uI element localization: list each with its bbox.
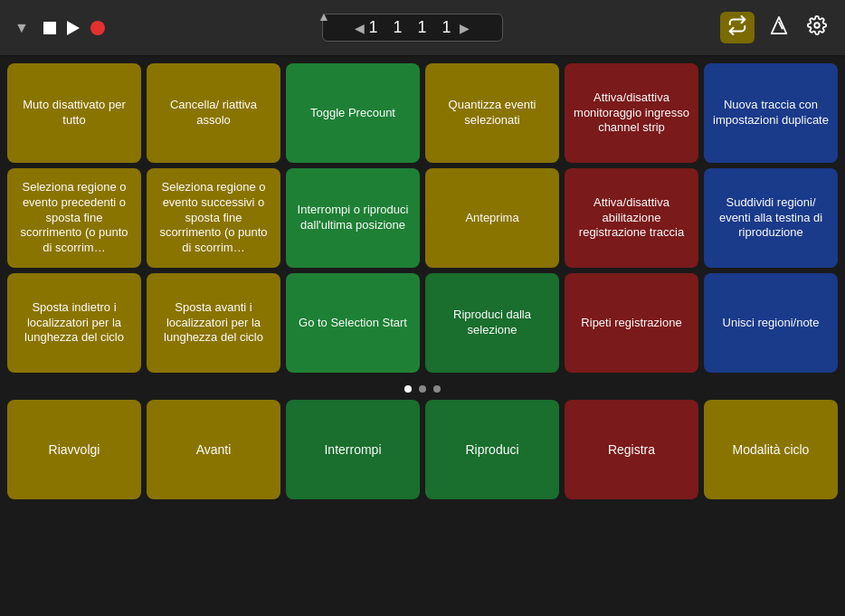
dot-1[interactable] [404,385,412,393]
grid-cell-r2-c1[interactable]: Sposta avanti i localizzatori per la lun… [147,273,280,373]
record-icon [90,21,105,35]
stop-button[interactable] [43,22,56,34]
dot-2[interactable] [419,385,426,393]
bottom-cell-0[interactable]: Riavvolgi [7,400,141,499]
grid-cell-r1-c0[interactable]: Seleziona regione o evento precedenti o … [7,168,141,268]
bottom-cell-4[interactable]: Registra [565,400,698,499]
svg-marker-0 [772,17,787,33]
stop-icon [43,22,56,34]
transport-controls [43,21,105,35]
grid-cell-r2-c3[interactable]: Riproduci dalla selezione [425,273,559,373]
position-numbers: 1 1 1 1 [368,18,456,37]
chevron-up-icon: ▲ [318,9,330,24]
chevron-right-icon: ▶ [460,21,470,35]
position-display[interactable]: ▲ ◀ 1 1 1 1 ▶ [322,14,503,42]
bottom-bar: RiavvolgiAvantiInterrompiRiproduciRegist… [0,400,845,507]
grid-cell-r2-c4[interactable]: Ripeti registrazione [565,273,698,373]
grid-cell-r1-c1[interactable]: Seleziona regione o evento successivi o … [147,168,280,268]
grid-cell-r0-c0[interactable]: Muto disattivato per tutto [7,63,141,163]
loop-icon [727,15,747,35]
settings-button[interactable] [803,12,831,43]
dot-3[interactable] [433,385,441,393]
page-dots [0,376,845,400]
svg-point-2 [814,23,820,28]
position-left-arrow[interactable]: ◀ [355,21,365,35]
bottom-cell-5[interactable]: Modalità ciclo [704,400,838,499]
grid-cell-r0-c1[interactable]: Cancella/ riattiva assolo [147,63,280,163]
grid-cell-r1-c3[interactable]: Anteprima [425,168,559,268]
metronome-button[interactable] [765,12,793,43]
top-bar-right [720,12,831,43]
grid-cell-r0-c2[interactable]: Toggle Precount [286,63,420,163]
top-bar-left: ▼ [14,20,105,36]
position-right-arrow[interactable]: ▶ [460,21,470,35]
grid-cell-r2-c5[interactable]: Unisci regioni/note [704,273,838,373]
grid-cell-r0-c3[interactable]: Quantizza eventi selezionati [425,63,559,163]
grid-cell-r1-c4[interactable]: Attiva/disattiva abilitazione registrazi… [565,168,698,268]
top-bar: ▼ ▲ ◀ 1 1 1 1 [0,0,845,56]
play-button[interactable] [67,21,80,35]
loop-button[interactable] [720,12,755,43]
grid-cell-r1-c2[interactable]: Interrompi o riproduci dall'ultima posiz… [286,168,420,268]
grid-cell-r0-c5[interactable]: Nuova traccia con impostazioni duplicate [704,63,838,163]
bottom-cell-3[interactable]: Riproduci [425,400,559,499]
grid-area: Muto disattivato per tuttoCancella/ riat… [0,56,845,376]
metronome-icon [769,15,789,35]
dropdown-arrow-btn[interactable]: ▼ [14,20,29,36]
grid-cell-r0-c4[interactable]: Attiva/disattiva monitoraggio ingresso c… [565,63,698,163]
position-up-arrow[interactable]: ▲ [318,9,330,24]
grid-cell-r2-c2[interactable]: Go to Selection Start [286,273,420,373]
grid-cell-r1-c5[interactable]: Suddividi regioni/ eventi alla testina d… [704,168,838,268]
bottom-cell-1[interactable]: Avanti [147,400,280,499]
bottom-cell-2[interactable]: Interrompi [286,400,420,499]
record-button[interactable] [90,21,105,35]
settings-icon [807,15,827,35]
play-icon [67,21,80,35]
chevron-left-icon: ◀ [355,21,365,35]
button-grid: Muto disattivato per tuttoCancella/ riat… [7,63,838,373]
grid-cell-r2-c0[interactable]: Sposta indietro i localizzatori per la l… [7,273,141,373]
dropdown-arrow-icon: ▼ [14,20,29,36]
